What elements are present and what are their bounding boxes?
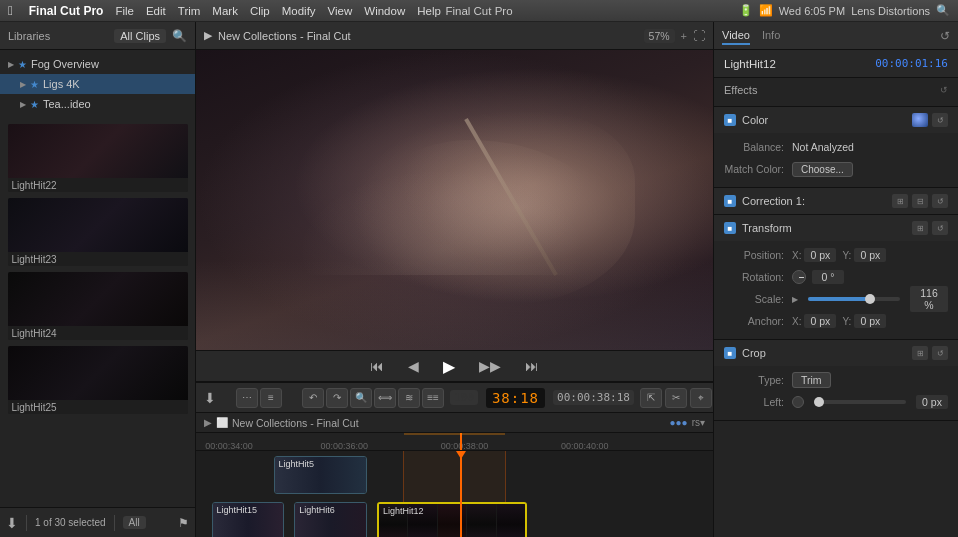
ruler-mark-34: 00:00:34:00 [205, 441, 253, 451]
menu-edit[interactable]: Edit [146, 5, 166, 17]
scale-triangle-icon[interactable]: ▶ [792, 295, 798, 304]
crop-left-dial[interactable] [792, 396, 804, 408]
anchor-x-val[interactable]: 0 px [804, 314, 836, 328]
crop-section-header[interactable]: ■ Crop ⊞ ↺ [714, 340, 958, 366]
nav-btn-5[interactable]: ≋ [398, 388, 420, 408]
blade-tool[interactable]: ✂ [665, 388, 687, 408]
viewer-expand-icon[interactable]: ⛶ [693, 29, 705, 43]
color-toggle[interactable]: ■ [724, 114, 736, 126]
nav-btn-4[interactable]: ⟺ [374, 388, 396, 408]
tool-btn-2[interactable]: ≡ [260, 388, 282, 408]
skip-back-icon[interactable]: ⏮ [366, 356, 388, 376]
menu-clip[interactable]: Clip [250, 5, 270, 17]
star-icon: ★ [30, 99, 39, 110]
menu-file[interactable]: File [115, 5, 134, 17]
inspector-reset-icon[interactable]: ↺ [940, 29, 950, 43]
crop-reset-icon[interactable]: ↺ [932, 346, 948, 360]
tool-btn-1[interactable]: ⋯ [236, 388, 258, 408]
rotation-row: Rotation: 0 ° [724, 267, 948, 287]
play-pause-btn[interactable]: ▶ [439, 355, 459, 378]
anchor-y-val[interactable]: 0 px [854, 314, 886, 328]
media-browser[interactable]: LightHit22 LightHit23 LightHit24 LightHi… [0, 118, 195, 507]
sidebar-item-fog-overview[interactable]: ▶ ★ Fog Overview [0, 54, 195, 74]
skip-forward-icon[interactable]: ⏭ [521, 356, 543, 376]
position-y-val[interactable]: 0 px [854, 248, 886, 262]
clip-lighthit12[interactable]: LightHit12 [377, 502, 527, 537]
playhead-triangle [456, 451, 466, 459]
nav-btn-6[interactable]: ≡≡ [422, 388, 444, 408]
search-library-icon[interactable]: 🔍 [172, 29, 187, 43]
timecode-display[interactable]: 38:18 [486, 388, 545, 408]
timeline-add-icon[interactable]: ⬇ [204, 390, 216, 406]
menu-mark[interactable]: Mark [212, 5, 238, 17]
all-clips-label[interactable]: All Clips [114, 29, 166, 43]
rotation-val[interactable]: 0 ° [812, 270, 844, 284]
timecode-small: 100 [450, 390, 478, 405]
app-title-center: Final Cut Pro [445, 5, 512, 17]
tl-play-icon[interactable]: ▶ [204, 417, 212, 428]
sidebar-item-tea-video[interactable]: ▶ ★ Tea...ideo [0, 94, 195, 114]
nav-btn-2[interactable]: ↷ [326, 388, 348, 408]
rotation-dial[interactable] [792, 270, 806, 284]
scale-val[interactable]: 116 % [910, 286, 948, 312]
corr-icon3[interactable]: ↺ [932, 194, 948, 208]
timeline-tracks[interactable]: LightHit5 LightHit15 LightHit6 [196, 451, 713, 537]
menu-window[interactable]: Window [364, 5, 405, 17]
media-item-lighthit23[interactable]: LightHit23 [8, 198, 188, 266]
track-row-1: LightHit15 LightHit6 [196, 499, 713, 537]
transform-tool[interactable]: ⇱ [640, 388, 662, 408]
clip-lighthit15[interactable]: LightHit15 [212, 502, 284, 537]
scale-slider[interactable] [808, 297, 900, 301]
transform-icon1[interactable]: ⊞ [912, 221, 928, 235]
clip-lighthit5[interactable]: LightHit5 [274, 456, 367, 494]
color-swatch-icon[interactable] [912, 113, 928, 127]
clip-lighthit6[interactable]: LightHit6 [294, 502, 366, 537]
transform-header[interactable]: ■ Transform ⊞ ↺ [714, 215, 958, 241]
flag-icon[interactable]: ⚑ [178, 516, 189, 530]
menu-help[interactable]: Help [417, 5, 441, 17]
search-icon[interactable]: 🔍 [936, 4, 950, 17]
crop-left-val[interactable]: 0 px [916, 395, 948, 409]
nav-btn-1[interactable]: ↶ [302, 388, 324, 408]
transform-toggle[interactable]: ■ [724, 222, 736, 234]
play-forward-icon[interactable]: ▶▶ [475, 356, 505, 376]
apple-menu[interactable]:  [8, 3, 13, 18]
zoom-in-icon[interactable]: + [681, 30, 687, 42]
correction-toggle[interactable]: ■ [724, 195, 736, 207]
menu-view[interactable]: View [328, 5, 353, 17]
tab-video[interactable]: Video [722, 27, 750, 45]
media-item-lighthit22[interactable]: LightHit22 [8, 124, 188, 192]
media-item-lighthit25[interactable]: LightHit25 [8, 346, 188, 414]
corr-icon2[interactable]: ⊟ [912, 194, 928, 208]
zoom-tool[interactable]: ⌖ [690, 388, 712, 408]
crop-icons: ⊞ ↺ [912, 346, 948, 360]
position-x-val[interactable]: 0 px [804, 248, 836, 262]
menu-modify[interactable]: Modify [282, 5, 316, 17]
color-section-header[interactable]: ■ Color ↺ [714, 107, 958, 133]
corr-icon1[interactable]: ⊞ [892, 194, 908, 208]
crop-icon1[interactable]: ⊞ [912, 346, 928, 360]
correction-header[interactable]: ■ Correction 1: ⊞ ⊟ ↺ [714, 188, 958, 214]
transform-reset-icon[interactable]: ↺ [932, 221, 948, 235]
media-label-lighthit25: LightHit25 [8, 400, 188, 414]
viewer-collection-label: ▶ [204, 29, 212, 42]
sidebar-item-ligs-4k[interactable]: ▶ ★ Ligs 4K [0, 74, 195, 94]
crop-left-thumb[interactable] [814, 397, 824, 407]
effects-collapse-icon[interactable]: ↺ [940, 85, 948, 95]
crop-left-control: 0 px [792, 395, 948, 409]
menu-trim[interactable]: Trim [178, 5, 201, 17]
play-back-icon[interactable]: ◀ [404, 356, 423, 376]
media-item-lighthit24[interactable]: LightHit24 [8, 272, 188, 340]
match-color-btn[interactable]: Choose... [792, 162, 853, 177]
add-media-icon[interactable]: ⬇ [6, 515, 18, 531]
color-reset-icon[interactable]: ↺ [932, 113, 948, 127]
scale-row: Scale: ▶ 116 % [724, 289, 948, 309]
all-btn[interactable]: All [123, 516, 146, 529]
zoom-level[interactable]: 57% [644, 29, 675, 43]
crop-left-slider[interactable] [814, 400, 906, 404]
tab-info[interactable]: Info [762, 27, 780, 45]
scale-slider-thumb[interactable] [865, 294, 875, 304]
crop-type-text[interactable]: Trim [792, 372, 831, 388]
crop-toggle[interactable]: ■ [724, 347, 736, 359]
nav-btn-3[interactable]: 🔍 [350, 388, 372, 408]
